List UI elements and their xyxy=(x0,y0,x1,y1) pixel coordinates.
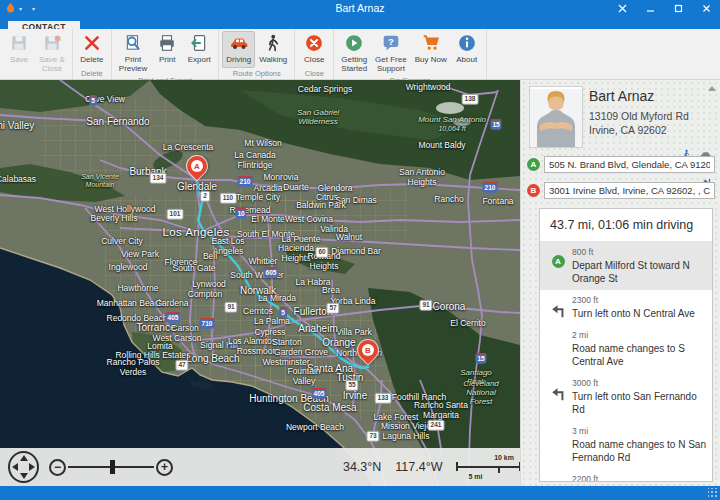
zoom-in-button[interactable]: + xyxy=(156,459,173,476)
zoom-control: − + xyxy=(49,459,173,476)
pan-right-icon[interactable] xyxy=(29,463,35,471)
longitude-value: 117.4°W xyxy=(395,460,442,474)
contact-address-line1: 13109 Old Myford Rd xyxy=(589,109,689,123)
minimize-icon[interactable] xyxy=(636,0,664,16)
delete-button[interactable]: Delete xyxy=(76,31,108,68)
contact-photo xyxy=(529,86,583,148)
turn-left-icon xyxy=(544,378,572,416)
contact-address: 13109 Old Myford Rd Irvine, CA 92602 xyxy=(589,109,689,137)
map-scale: 10 km 5 mi xyxy=(456,455,520,479)
pan-control[interactable] xyxy=(8,451,39,483)
title-bar: ▾ ▾ Bart Arnaz xyxy=(0,0,720,16)
ribbon: Save Save & Close Delete Delete xyxy=(0,29,720,80)
walking-button[interactable]: Walking xyxy=(255,31,291,68)
export-button[interactable]: Export xyxy=(183,31,215,75)
driving-button[interactable]: Driving xyxy=(222,31,255,68)
ribbon-group-close: Close Close xyxy=(295,29,334,79)
direction-step[interactable]: 3000 ftTurn left onto San Fernando Rd xyxy=(540,373,712,421)
buy-now-button[interactable]: Buy Now xyxy=(411,31,451,75)
zoom-out-button[interactable]: − xyxy=(49,459,66,476)
close-circle-icon xyxy=(305,34,323,55)
zoom-slider-track[interactable] xyxy=(68,466,154,468)
save-and-close-button[interactable]: Save & Close xyxy=(35,31,69,75)
print-icon xyxy=(158,34,176,55)
step-instruction: Depart Milford St toward N Orange St xyxy=(572,259,706,285)
pan-up-icon[interactable] xyxy=(20,455,28,461)
pan-left-icon[interactable] xyxy=(12,463,18,471)
contact-panel: Bart Arnaz 13109 Old Myford Rd Irvine, C… xyxy=(520,80,720,486)
maximize-icon[interactable] xyxy=(664,0,692,16)
print-button[interactable]: Print xyxy=(151,31,183,75)
route-summary: 43.7 mi, 01:06 min driving xyxy=(540,209,712,242)
ribbon-group-print-export: Print Preview Print Export Print and Exp… xyxy=(112,29,219,79)
step-distance: 2300 ft xyxy=(572,295,706,305)
map-pin-label: A xyxy=(191,160,203,172)
bear-left-icon xyxy=(544,474,572,482)
step-body: 2300 ftTurn left onto N Central Ave xyxy=(572,295,706,320)
directions-card: 43.7 mi, 01:06 min driving A800 ftDepart… xyxy=(539,208,713,482)
step-body: 2200 ftBear left onto W Avenue 26 xyxy=(572,474,706,482)
walking-icon xyxy=(264,34,282,55)
zoom-slider-handle[interactable] xyxy=(110,460,115,474)
step-distance: 2200 ft xyxy=(572,474,706,482)
status-bar xyxy=(0,486,720,500)
scale-km-label: 10 km xyxy=(494,454,514,461)
pan-down-icon[interactable] xyxy=(20,473,28,479)
direction-step[interactable]: 2 miRoad name changes to S Central Ave xyxy=(540,325,712,373)
scale-mi-label: 5 mi xyxy=(468,473,482,480)
getting-started-button[interactable]: Getting Started xyxy=(337,31,371,75)
qat-customize-icon[interactable]: ▾ xyxy=(32,5,35,12)
latitude-value: 34.3°N xyxy=(343,460,381,474)
expand-icon[interactable] xyxy=(608,0,636,16)
step-distance: 800 ft xyxy=(572,247,706,257)
step-body: 3 miRoad name changes to N San Fernando … xyxy=(572,426,706,464)
ribbon-group-route-options: Driving Walking Route Options xyxy=(219,29,295,79)
close-button[interactable]: Close xyxy=(298,31,330,68)
play-circle-icon xyxy=(345,34,363,55)
contact-address-line2: Irvine, CA 92602 xyxy=(589,123,689,137)
qat-dropdown-icon[interactable]: ▾ xyxy=(19,5,22,12)
about-button[interactable]: About xyxy=(451,31,483,75)
svg-text:?: ? xyxy=(388,36,394,47)
route-start-row: A xyxy=(527,156,715,173)
step-body: 800 ftDepart Milford St toward N Orange … xyxy=(572,247,706,285)
step-instruction: Road name changes to S Central Ave xyxy=(572,342,706,368)
turn-left-icon xyxy=(544,295,572,320)
start-badge: A xyxy=(527,158,540,171)
step-instruction: Turn left onto N Central Ave xyxy=(572,307,706,320)
save-close-icon xyxy=(43,34,61,55)
panel-scroll-up-icon[interactable] xyxy=(708,82,716,91)
step-distance: 2 mi xyxy=(572,330,706,340)
direction-step[interactable]: 2300 ftTurn left onto N Central Ave xyxy=(540,290,712,325)
close-window-icon[interactable] xyxy=(692,0,720,16)
save-icon xyxy=(10,34,28,55)
get-free-support-button[interactable]: ? Get Free Support xyxy=(371,31,411,75)
route-end-row: B xyxy=(527,182,715,199)
map-coordinates: 34.3°N 117.4°W xyxy=(343,460,443,474)
content-area: Simi ValleyOlive ViewSan FernandoCedar S… xyxy=(0,80,720,486)
app-icon xyxy=(6,3,15,13)
map-pin-label: B xyxy=(362,344,374,356)
step-body: 2 miRoad name changes to S Central Ave xyxy=(572,330,706,368)
map-canvas[interactable]: Simi ValleyOlive ViewSan FernandoCedar S… xyxy=(0,80,520,486)
print-preview-button[interactable]: Print Preview xyxy=(115,31,151,75)
support-bubble-icon: ? xyxy=(382,34,400,55)
map-imagery xyxy=(0,80,520,486)
directions-list: A800 ftDepart Milford St toward N Orange… xyxy=(540,242,712,482)
cart-icon xyxy=(422,34,440,55)
ribbon-group-save: Save Save & Close xyxy=(0,29,73,79)
quick-access-toolbar[interactable]: ▾ ▾ xyxy=(0,3,120,13)
direction-step[interactable]: A800 ftDepart Milford St toward N Orange… xyxy=(540,242,712,290)
save-button[interactable]: Save xyxy=(3,31,35,75)
direction-step[interactable]: 2200 ftBear left onto W Avenue 26 xyxy=(540,469,712,482)
start-a-icon: A xyxy=(544,247,572,285)
start-address-input[interactable] xyxy=(544,156,715,173)
resize-grip[interactable] xyxy=(708,488,718,498)
direction-step[interactable]: 3 miRoad name changes to N San Fernando … xyxy=(540,421,712,469)
end-address-input[interactable] xyxy=(544,182,715,199)
print-preview-icon xyxy=(124,34,142,55)
step-spacer xyxy=(544,426,572,464)
car-icon xyxy=(229,34,249,55)
step-distance: 3 mi xyxy=(572,426,706,436)
info-circle-icon xyxy=(458,34,476,55)
